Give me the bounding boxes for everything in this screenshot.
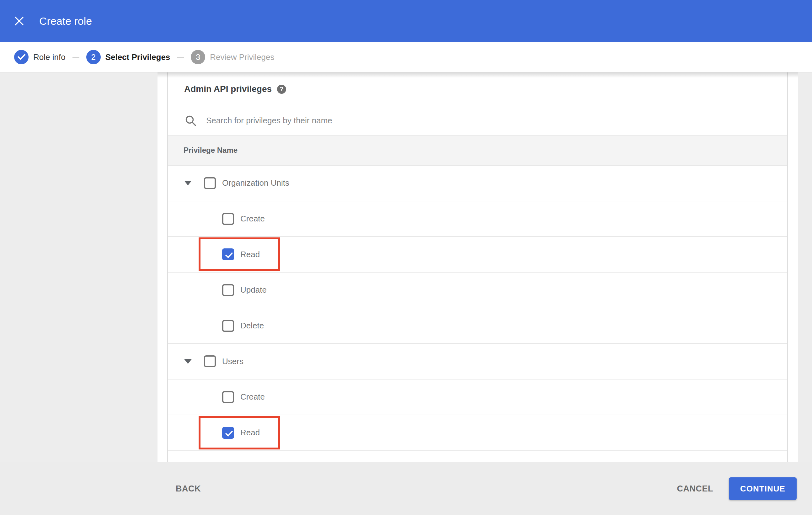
- close-icon[interactable]: [14, 16, 24, 26]
- privilege-row: Update: [168, 273, 787, 308]
- checkbox-users[interactable]: [204, 355, 216, 367]
- step-number: 3: [191, 50, 205, 64]
- checkbox-read[interactable]: [222, 248, 234, 260]
- right-margin: [798, 72, 812, 462]
- section-title: Admin API privileges: [184, 84, 272, 94]
- step-divider: [72, 57, 79, 58]
- checkbox-read[interactable]: [222, 427, 234, 439]
- privilege-row: Create: [168, 201, 787, 237]
- collapse-triangle-icon[interactable]: [184, 181, 192, 185]
- search-input[interactable]: [206, 116, 677, 125]
- privilege-label: Users: [222, 357, 243, 366]
- privilege-label: Read: [240, 428, 260, 437]
- step-number: 2: [86, 50, 101, 64]
- column-header-privilege-name: Privilege Name: [183, 146, 237, 155]
- stepper: Role info2Select Privileges3Review Privi…: [0, 42, 812, 72]
- privilege-label: Read: [240, 250, 260, 260]
- privilege-label: Create: [240, 392, 265, 402]
- step-role-info[interactable]: Role info: [14, 50, 65, 64]
- footer-bar: BACK CANCEL CONTINUE: [0, 462, 812, 515]
- privilege-row: Read: [168, 415, 787, 451]
- checkbox-delete[interactable]: [222, 320, 234, 332]
- privilege-row: Delete: [168, 308, 787, 344]
- step-label: Review Privileges: [210, 52, 274, 62]
- appbar: Create role: [0, 0, 812, 42]
- dialog-body: Admin API privileges ? Privilege Name Or…: [0, 72, 812, 462]
- left-margin: [0, 72, 157, 462]
- step-select-privileges[interactable]: 2Select Privileges: [86, 50, 170, 64]
- step-review-privileges[interactable]: 3Review Privileges: [191, 50, 274, 64]
- back-button[interactable]: BACK: [176, 462, 201, 515]
- step-divider: [177, 57, 184, 58]
- privilege-rows: Organization UnitsCreateReadUpdateDelete…: [168, 165, 787, 451]
- checkbox-organization-units[interactable]: [204, 177, 216, 189]
- stepper-steps: Role info2Select Privileges3Review Privi…: [14, 50, 274, 64]
- cancel-button[interactable]: CANCEL: [677, 462, 714, 515]
- annotation-red-box: [199, 237, 280, 271]
- privilege-label: Delete: [240, 321, 264, 331]
- privilege-row: Organization Units: [168, 165, 787, 201]
- privileges-card: Admin API privileges ? Privilege Name Or…: [167, 72, 788, 462]
- annotation-red-box: [199, 416, 280, 450]
- create-role-dialog: Create role Role info2Select Privileges3…: [0, 0, 812, 515]
- step-label: Select Privileges: [106, 52, 170, 62]
- step-label: Role info: [33, 52, 65, 62]
- checkbox-update[interactable]: [222, 284, 234, 296]
- collapse-triangle-icon[interactable]: [184, 359, 192, 364]
- section-heading: Admin API privileges ?: [168, 72, 787, 106]
- table-header-row: Privilege Name: [168, 135, 787, 165]
- privilege-label: Create: [240, 214, 265, 223]
- dialog-title: Create role: [39, 0, 92, 42]
- privilege-row: Create: [168, 380, 787, 415]
- privilege-label: Update: [240, 285, 267, 295]
- privilege-row: Users: [168, 344, 787, 380]
- privilege-row: Read: [168, 237, 787, 273]
- search-icon: [185, 115, 197, 127]
- checkbox-create[interactable]: [222, 213, 234, 225]
- continue-button[interactable]: CONTINUE: [729, 477, 796, 500]
- checkbox-create[interactable]: [222, 391, 234, 403]
- search-bar: [168, 106, 787, 135]
- step-check-icon: [14, 50, 29, 64]
- privilege-label: Organization Units: [222, 178, 289, 188]
- help-icon[interactable]: ?: [277, 85, 286, 94]
